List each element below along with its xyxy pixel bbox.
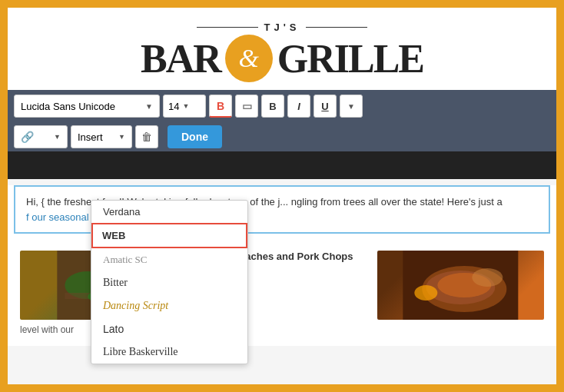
font-size-select[interactable]: 14 ▼ (163, 95, 206, 118)
font-option-bitter[interactable]: Bitter (91, 271, 247, 294)
toolbar-row1: Lucida Sans Unicode ▼ 14 ▼ B ▭ B I U (8, 90, 556, 122)
brand-bar: BAR (141, 36, 221, 81)
font-dropdown: Verdana WEB Amatic SC Bitter Dancing Scr… (91, 200, 248, 364)
font-option-web[interactable]: WEB (91, 223, 247, 248)
font-color-icon: B (217, 100, 224, 112)
italic-button[interactable]: I (287, 95, 310, 118)
meat-image-svg (377, 251, 544, 320)
font-option-libre[interactable]: Libre Baskerville (91, 341, 247, 364)
size-chevron-icon: ▼ (182, 102, 189, 110)
menu-card-meat (371, 246, 550, 340)
bold-icon: B (269, 101, 276, 112)
logo-ampersand: & (225, 35, 273, 82)
done-button[interactable]: Done (168, 125, 222, 148)
bold-button[interactable]: B (261, 95, 284, 118)
orange-border-right (556, 0, 564, 392)
link-icon: 🔗 (21, 131, 34, 143)
font-select[interactable]: Lucida Sans Unicode ▼ (14, 95, 160, 118)
sep-line-left (197, 27, 258, 28)
font-select-label: Lucida Sans Unicode (21, 101, 115, 112)
sep-line-right (306, 27, 367, 28)
toolbar-wrapper: Lucida Sans Unicode ▼ 14 ▼ B ▭ B I U (8, 90, 556, 151)
font-option-lato[interactable]: Lato (91, 317, 247, 341)
insert-button[interactable]: Insert ▼ (71, 125, 132, 148)
font-dropdown-list[interactable]: Verdana WEB Amatic SC Bitter Dancing Scr… (91, 201, 247, 364)
brand-grille: GRILLE (277, 36, 423, 81)
delete-icon: 🗑 (141, 131, 152, 143)
insert-chevron-icon: ▼ (118, 133, 125, 141)
insert-label: Insert (78, 131, 103, 143)
nav-bar (8, 151, 556, 179)
underline-icon: U (321, 101, 328, 112)
underline-button[interactable]: U (314, 95, 337, 118)
text-box-button[interactable]: ▭ (235, 95, 258, 118)
font-color-button[interactable]: B (209, 95, 232, 118)
text-box-icon: ▭ (242, 100, 252, 112)
delete-button[interactable]: 🗑 (135, 125, 158, 148)
logo-bar-grille: BAR & GRILLE (8, 35, 556, 82)
font-option-verdana[interactable]: Verdana (91, 201, 247, 223)
toolbar-row2: 🔗 ▼ Insert ▼ 🗑 Done (8, 122, 556, 151)
link-chevron-icon: ▼ (54, 133, 61, 141)
italic-icon: I (297, 101, 300, 112)
text-partial: Hi, { (26, 196, 45, 208)
logo-separator: TJ'S (8, 22, 556, 33)
link-button[interactable]: 🔗 ▼ (14, 125, 68, 148)
brand-tjs: TJ'S (264, 22, 300, 33)
svg-point-9 (473, 268, 503, 287)
orange-border-left (0, 0, 8, 392)
meat-image (377, 251, 544, 320)
orange-border-bottom (0, 384, 564, 392)
logo-area: TJ'S BAR & GRILLE (8, 8, 556, 90)
chevron-down-icon: ▼ (347, 102, 355, 111)
svg-point-10 (415, 285, 438, 301)
main-container: TJ'S BAR & GRILLE Lucida Sans Unicode ▼ … (8, 8, 556, 384)
font-size-value: 14 (168, 101, 179, 112)
font-option-amatic[interactable]: Amatic SC (91, 248, 247, 271)
more-button[interactable]: ▼ (340, 95, 363, 118)
font-chevron-icon: ▼ (145, 102, 153, 111)
font-option-dancing[interactable]: Dancing Script (91, 294, 247, 317)
